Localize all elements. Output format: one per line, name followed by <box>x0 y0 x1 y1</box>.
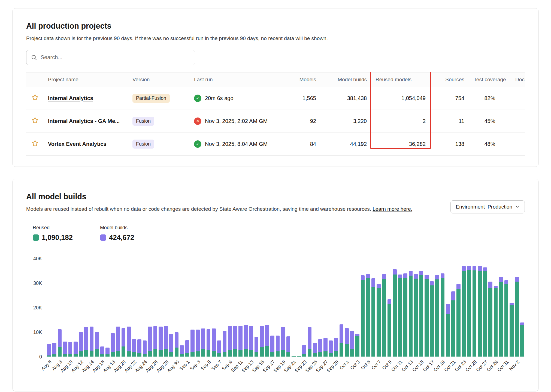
bar-oct-24[interactable] <box>467 259 471 357</box>
bar-sep-3[interactable]: Sep 3 <box>196 259 200 357</box>
bar-aug-27[interactable] <box>159 259 163 357</box>
bar-aug-6[interactable]: Aug 6 <box>47 259 51 357</box>
bar-oct-11[interactable]: Oct 11 <box>398 259 402 357</box>
bar-aug-25[interactable] <box>148 259 152 357</box>
bar-sep-22[interactable] <box>297 259 301 357</box>
bar-oct-25[interactable]: Oct 25 <box>473 259 477 357</box>
bar-aug-15[interactable] <box>95 259 99 357</box>
table-row[interactable]: Vortex Event Analytics Fusion ✓Nov 3, 20… <box>26 132 525 155</box>
bar-oct-23[interactable]: Oct 23 <box>462 259 466 357</box>
bar-sep-11[interactable]: Sep 11 <box>238 259 243 357</box>
bar-sep-4[interactable] <box>201 259 205 357</box>
search-input[interactable] <box>41 54 190 61</box>
bar-aug-20[interactable]: Aug 20 <box>122 259 126 357</box>
bar-sep-5[interactable]: Sep 5 <box>207 259 211 357</box>
bar-oct-18[interactable] <box>435 259 439 357</box>
bar-sep-27[interactable]: Sep 27 <box>323 259 328 357</box>
bar-aug-12[interactable]: Aug 12 <box>79 259 83 357</box>
bar-aug-26[interactable]: Aug 26 <box>153 259 158 357</box>
bar-sep-15[interactable]: Sep 15 <box>260 259 264 357</box>
bar-sep-8[interactable] <box>223 259 227 357</box>
bar-oct-15[interactable]: Oct 15 <box>419 259 423 357</box>
bar-oct-17[interactable]: Oct 17 <box>430 259 434 357</box>
bar-aug-9[interactable] <box>63 259 67 357</box>
bar-oct-14[interactable] <box>414 259 418 357</box>
bar-oct-30[interactable] <box>499 259 503 357</box>
bar-nov-1[interactable] <box>510 259 514 357</box>
bar-aug-11[interactable] <box>74 259 78 357</box>
bar-sep-21[interactable]: Sep 21 <box>292 259 296 357</box>
bar-sep-24[interactable] <box>308 259 312 357</box>
bar-sep-7[interactable]: Sep 7 <box>217 259 221 357</box>
bar-sep-30[interactable] <box>340 259 344 357</box>
bar-sep-12[interactable] <box>244 259 248 357</box>
bar-oct-3[interactable]: Oct 3 <box>355 259 359 357</box>
bar-sep-6[interactable] <box>212 259 216 357</box>
bar-aug-30[interactable]: Aug 30 <box>175 259 179 357</box>
bar-aug-19[interactable] <box>116 259 120 357</box>
favorite-star-icon[interactable] <box>31 94 39 101</box>
bar-oct-2[interactable] <box>350 259 354 357</box>
bar-sep-16[interactable] <box>265 259 269 357</box>
bar-nov-2[interactable]: Nov 2 <box>515 259 519 357</box>
bar-oct-7[interactable]: Oct 7 <box>377 259 381 357</box>
bar-sep-14[interactable] <box>255 259 259 357</box>
bar-oct-26[interactable] <box>478 259 482 357</box>
bar-aug-17[interactable] <box>105 259 110 357</box>
bar-aug-14[interactable]: Aug 14 <box>90 259 94 357</box>
bar-oct-22[interactable] <box>456 259 461 357</box>
bar-oct-29[interactable]: Oct 29 <box>494 259 498 357</box>
bar-aug-28[interactable]: Aug 28 <box>164 259 168 357</box>
bar-sep-26[interactable] <box>318 259 322 357</box>
bar-oct-20[interactable] <box>446 259 450 357</box>
bar-aug-13[interactable] <box>84 259 88 357</box>
bar-sep-18[interactable] <box>276 259 280 357</box>
bar-sep-19[interactable]: Sep 19 <box>281 259 285 357</box>
project-link[interactable]: Internal Analytics <box>48 95 93 101</box>
bar-aug-8[interactable]: Aug 8 <box>58 259 62 357</box>
bar-oct-31[interactable]: Oct 31 <box>504 259 508 357</box>
project-link[interactable]: Vortex Event Analytics <box>48 141 107 147</box>
project-link[interactable]: Internal Analytics - GA Me... <box>48 118 120 124</box>
bar-nov-3[interactable] <box>520 259 524 357</box>
search-box[interactable] <box>26 50 195 65</box>
table-row[interactable]: Internal Analytics - GA Me... Fusion ✕No… <box>26 110 525 132</box>
bar-aug-29[interactable] <box>169 259 173 357</box>
bar-oct-5[interactable]: Oct 5 <box>366 259 370 357</box>
bar-aug-21[interactable] <box>127 259 131 357</box>
bar-aug-18[interactable]: Aug 18 <box>111 259 115 357</box>
bar-oct-21[interactable]: Oct 21 <box>451 259 455 357</box>
bar-aug-23[interactable] <box>137 259 141 357</box>
bar-aug-22[interactable]: Aug 22 <box>132 259 136 357</box>
learn-more-link[interactable]: Learn more here. <box>373 206 412 212</box>
bar-sep-25[interactable]: Sep 25 <box>313 259 317 357</box>
bar-sep-20[interactable] <box>286 259 290 357</box>
bar-oct-8[interactable] <box>382 259 386 357</box>
bar-sep-13[interactable]: Sep 13 <box>249 259 253 357</box>
bar-oct-12[interactable] <box>403 259 407 357</box>
bar-oct-1[interactable]: Oct 1 <box>345 259 349 357</box>
bar-oct-6[interactable] <box>371 259 376 357</box>
bar-oct-10[interactable] <box>393 259 397 357</box>
table-row[interactable]: Internal Analytics Partial-Fusion ✓20m 6… <box>26 87 525 110</box>
favorite-star-icon[interactable] <box>31 140 39 147</box>
bar-sep-1[interactable]: Sep 1 <box>185 259 189 357</box>
bar-oct-13[interactable]: Oct 13 <box>409 259 413 357</box>
favorite-star-icon[interactable] <box>31 117 39 124</box>
bar-aug-7[interactable] <box>52 259 56 357</box>
bar-sep-29[interactable]: Sep 29 <box>334 259 338 357</box>
bar-oct-28[interactable] <box>488 259 492 357</box>
environment-select[interactable]: Environment Production <box>450 200 525 213</box>
bar-oct-27[interactable]: Oct 27 <box>483 259 487 357</box>
bar-aug-16[interactable]: Aug 16 <box>100 259 104 357</box>
bar-oct-19[interactable]: Oct 19 <box>441 259 445 357</box>
bar-aug-31[interactable] <box>180 259 184 357</box>
bar-sep-28[interactable] <box>329 259 333 357</box>
bar-aug-24[interactable]: Aug 24 <box>143 259 147 357</box>
bar-oct-16[interactable] <box>425 259 429 357</box>
bar-sep-9[interactable]: Sep 9 <box>228 259 232 357</box>
bar-sep-10[interactable] <box>233 259 237 357</box>
bar-sep-2[interactable] <box>190 259 195 357</box>
bar-sep-23[interactable]: Sep 23 <box>302 259 306 357</box>
bar-oct-9[interactable]: Oct 9 <box>387 259 392 357</box>
